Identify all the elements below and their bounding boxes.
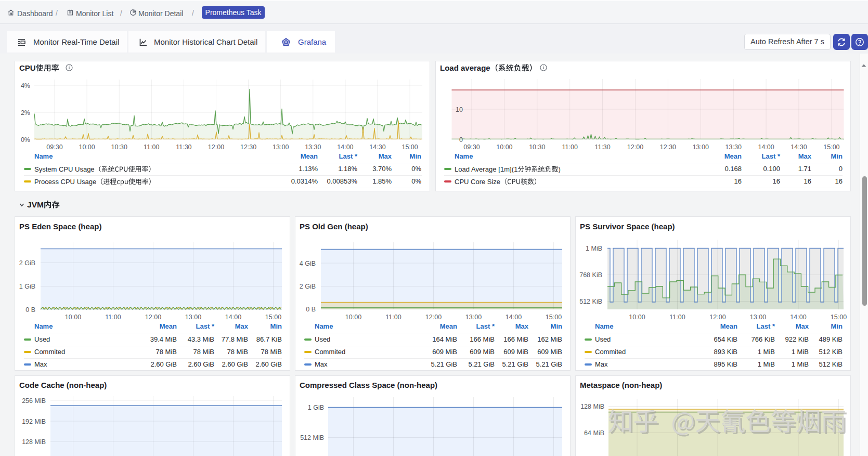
svg-text:10:30: 10:30 <box>111 144 127 151</box>
svg-text:JVM: JVM <box>27 200 44 209</box>
svg-text:15:00: 15:00 <box>265 314 281 321</box>
svg-text:2 GiB: 2 GiB <box>19 259 35 267</box>
svg-text:11:00: 11:00 <box>669 314 685 321</box>
svg-text:64 MiB: 64 MiB <box>584 429 604 437</box>
svg-text:11:00: 11:00 <box>105 314 121 321</box>
svg-text:14:00: 14:00 <box>506 314 522 321</box>
svg-text:13:30: 13:30 <box>725 144 741 151</box>
svg-text:10:00: 10:00 <box>345 314 361 321</box>
svg-text:12:00: 12:00 <box>709 314 726 321</box>
svg-text:128 MiB: 128 MiB <box>580 403 604 410</box>
svg-text:11:30: 11:30 <box>176 144 191 151</box>
svg-text:15:00: 15:00 <box>831 314 847 321</box>
svg-text:10:00: 10:00 <box>65 314 81 321</box>
svg-text:14:00: 14:00 <box>790 314 806 321</box>
svg-text:2 GiB: 2 GiB <box>300 283 316 290</box>
svg-text:14:30: 14:30 <box>791 144 807 151</box>
svg-text:4%: 4% <box>21 82 30 89</box>
svg-text:13:30: 13:30 <box>305 144 321 151</box>
svg-text:14:00: 14:00 <box>337 144 353 151</box>
svg-text:10:00: 10:00 <box>496 144 512 151</box>
svg-text:1 GiB: 1 GiB <box>308 404 324 411</box>
svg-text:10: 10 <box>456 106 463 113</box>
svg-text:11:00: 11:00 <box>385 314 401 321</box>
svg-text:12:30: 12:30 <box>240 144 256 151</box>
svg-text:10:30: 10:30 <box>529 144 545 151</box>
svg-text:15:00: 15:00 <box>401 144 418 151</box>
svg-text:13:00: 13:00 <box>185 314 201 321</box>
svg-text:12:00: 12:00 <box>208 144 224 151</box>
svg-text:256 MiB: 256 MiB <box>22 397 46 405</box>
svg-text:768 KiB: 768 KiB <box>579 271 602 279</box>
svg-text:1 GiB: 1 GiB <box>19 283 35 290</box>
svg-text:12:00: 12:00 <box>425 314 442 321</box>
svg-text:10:00: 10:00 <box>79 144 95 151</box>
svg-text:14:00: 14:00 <box>758 144 774 151</box>
svg-text:12:00: 12:00 <box>627 144 643 151</box>
svg-text:11:00: 11:00 <box>144 144 159 151</box>
svg-text:11:00: 11:00 <box>562 144 577 151</box>
svg-text:13:00: 13:00 <box>273 144 289 151</box>
svg-text:0 B: 0 B <box>25 306 35 314</box>
svg-text:1 MiB: 1 MiB <box>586 245 602 252</box>
svg-text:14:00: 14:00 <box>225 314 241 321</box>
svg-text:09:30: 09:30 <box>463 144 480 151</box>
svg-text:15:00: 15:00 <box>546 314 562 321</box>
svg-text:14:30: 14:30 <box>369 144 385 151</box>
svg-text:13:00: 13:00 <box>692 144 708 151</box>
svg-text:192 MiB: 192 MiB <box>22 418 46 425</box>
svg-text:512 KiB: 512 KiB <box>579 298 602 305</box>
svg-text:12:30: 12:30 <box>659 144 676 151</box>
svg-text:0 B: 0 B <box>306 306 316 313</box>
svg-text:13:00: 13:00 <box>465 314 482 321</box>
svg-text:512 MiB: 512 MiB <box>300 434 324 441</box>
svg-text:13:00: 13:00 <box>750 314 766 321</box>
svg-text:0%: 0% <box>21 136 30 144</box>
svg-text:12:00: 12:00 <box>145 314 161 321</box>
svg-text:09:30: 09:30 <box>46 144 62 151</box>
svg-text:2%: 2% <box>21 109 30 116</box>
svg-text:10:00: 10:00 <box>629 314 645 321</box>
svg-text:4 GiB: 4 GiB <box>300 260 316 267</box>
svg-text:0: 0 <box>459 136 463 144</box>
svg-text:11:30: 11:30 <box>594 144 610 151</box>
svg-text:128 MiB: 128 MiB <box>22 438 46 446</box>
svg-text:15:00: 15:00 <box>823 144 839 151</box>
